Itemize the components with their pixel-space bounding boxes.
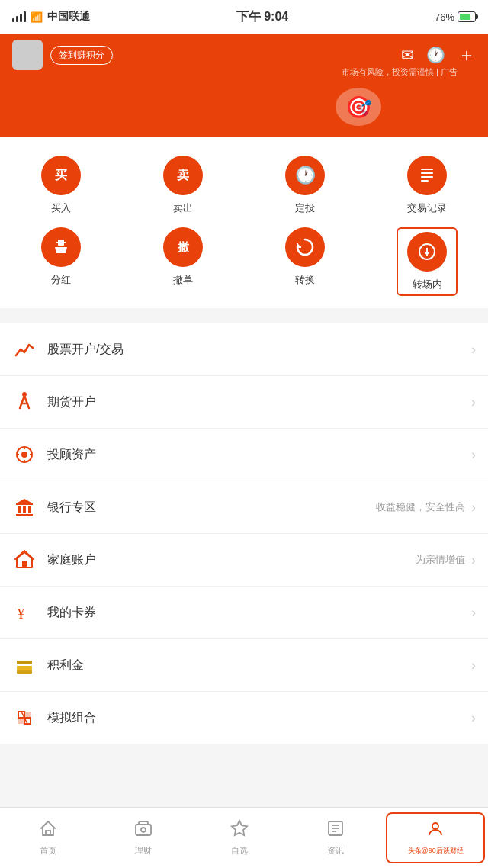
futures-account-label: 期货开户 (47, 394, 471, 410)
list-item-gold-interest[interactable]: 积利金 › (0, 639, 488, 692)
dividend-icon (41, 227, 81, 267)
svg-rect-6 (60, 247, 62, 252)
time-label: 下午 9:04 (236, 9, 288, 25)
gold-chevron: › (471, 657, 476, 674)
list-item-my-coupons[interactable]: ¥ 我的卡券 › (0, 587, 488, 639)
buy-label: 买入 (51, 201, 71, 215)
svg-rect-1 (421, 172, 433, 174)
nav-item-watchlist[interactable]: 自选 (191, 813, 287, 863)
watchlist-nav-label: 自选 (231, 845, 248, 857)
svg-marker-32 (232, 821, 247, 835)
sell-icon: 卖 (163, 156, 203, 195)
svg-rect-19 (23, 506, 26, 513)
news-nav-label: 资讯 (327, 845, 344, 857)
nav-item-home[interactable]: 首页 (0, 813, 96, 863)
revoke-label: 撤单 (173, 273, 193, 287)
separator-1 (0, 316, 488, 323)
bottom-spacer (0, 744, 488, 805)
svg-rect-30 (136, 825, 151, 835)
home-nav-label: 首页 (40, 845, 56, 857)
battery-percent: 76% (435, 11, 454, 23)
grid-item-revoke[interactable]: 撤 撤单 (152, 227, 214, 296)
svg-rect-29 (46, 831, 50, 835)
grid-item-dividend[interactable]: 分红 (30, 227, 92, 296)
scheduled-label: 定投 (295, 201, 315, 215)
grid-item-buy[interactable]: 买 买入 (30, 156, 92, 215)
records-icon (407, 156, 447, 195)
list-menu: 股票开户/交易 › 期货开户 › 投顾资产 › (0, 323, 488, 744)
profile-nav-label: 头条@90后谈财经 (408, 846, 464, 856)
sell-label: 卖出 (173, 201, 193, 215)
grid-item-sell[interactable]: 卖 卖出 (152, 156, 214, 215)
family-chevron: › (471, 552, 476, 568)
list-item-advisory-assets[interactable]: 投顾资产 › (0, 429, 488, 481)
checkin-button[interactable]: 签到赚积分 (50, 46, 113, 65)
nav-item-profile[interactable]: 头条@90后谈财经 (386, 812, 485, 863)
svg-rect-5 (56, 242, 66, 243)
grid-item-records[interactable]: 交易记录 (396, 156, 458, 215)
advisory-chevron: › (471, 447, 476, 463)
status-left: 📶 中国联通 (12, 10, 90, 24)
nav-item-news[interactable]: 资讯 (287, 813, 384, 863)
svg-rect-18 (18, 506, 21, 513)
svg-rect-20 (28, 506, 31, 513)
grid-item-infield[interactable]: 转场内 (396, 227, 458, 296)
gold-icon (12, 653, 37, 677)
banner-image: 🎯 (336, 88, 381, 126)
svg-rect-21 (16, 514, 33, 516)
plus-icon[interactable]: ＋ (458, 43, 476, 67)
futures-icon (12, 390, 37, 414)
infield-icon (407, 232, 447, 272)
portfolio-chevron: › (471, 710, 476, 726)
mail-icon[interactable]: ✉ (401, 46, 414, 64)
list-item-stock-account[interactable]: 股票开户/交易 › (0, 323, 488, 376)
scheduled-icon: 🕐 (285, 156, 325, 195)
list-item-family-account[interactable]: 家庭账户 为亲情增值 › (0, 534, 488, 587)
revoke-icon: 撤 (163, 227, 203, 267)
transfer-label: 转换 (295, 273, 315, 287)
buy-icon: 买 (41, 156, 81, 195)
grid-row-1: 买 买入 卖 卖出 🕐 定投 交易记 (0, 149, 488, 221)
svg-rect-2 (421, 176, 433, 178)
grid-row-2: 分红 撤 撤单 转换 (0, 221, 488, 302)
list-item-simulated-portfolio[interactable]: 模拟组合 › (0, 692, 488, 744)
svg-text:¥: ¥ (18, 606, 24, 622)
dividend-label: 分红 (51, 273, 71, 287)
grid-item-transfer[interactable]: 转换 (274, 227, 336, 296)
coupon-icon: ¥ (12, 600, 37, 625)
signal-bars (12, 11, 26, 22)
news-nav-icon (326, 819, 345, 842)
nav-item-wealth[interactable]: 理财 (96, 813, 192, 863)
svg-point-37 (432, 823, 438, 829)
coupons-chevron: › (471, 605, 476, 621)
advisory-icon (12, 442, 37, 467)
list-item-futures-account[interactable]: 期货开户 › (0, 376, 488, 429)
status-bar: 📶 中国联通 下午 9:04 76% (0, 0, 488, 34)
list-item-bank-zone[interactable]: 银行专区 收益稳健，安全性高 › (0, 481, 488, 534)
svg-rect-24 (17, 661, 32, 664)
status-right: 76% (435, 11, 476, 23)
avatar (12, 40, 43, 70)
wifi-icon: 📶 (30, 11, 43, 23)
simulated-portfolio-label: 模拟组合 (47, 710, 471, 726)
banner-notice: 市场有风险，投资需谨慎 | 广告 (342, 66, 458, 78)
battery-fill (460, 14, 470, 20)
infield-label: 转场内 (413, 278, 442, 291)
advisory-assets-label: 投顾资产 (47, 447, 471, 463)
svg-rect-22 (22, 561, 27, 567)
bank-zone-label: 银行专区 (47, 500, 376, 516)
svg-rect-26 (17, 670, 32, 674)
svg-marker-17 (16, 499, 33, 505)
home-nav-icon (39, 819, 57, 842)
wealth-nav-icon (134, 819, 152, 842)
bank-chevron: › (471, 500, 476, 516)
svg-point-31 (141, 828, 146, 832)
bank-zone-sub: 收益稳健，安全性高 (376, 500, 465, 514)
star-nav-icon (230, 819, 249, 842)
svg-rect-0 (421, 169, 433, 170)
clock-icon[interactable]: 🕐 (426, 46, 445, 64)
family-account-label: 家庭账户 (47, 552, 416, 568)
svg-point-10 (22, 392, 27, 397)
carrier-label: 中国联通 (47, 10, 90, 24)
grid-item-scheduled[interactable]: 🕐 定投 (274, 156, 336, 215)
